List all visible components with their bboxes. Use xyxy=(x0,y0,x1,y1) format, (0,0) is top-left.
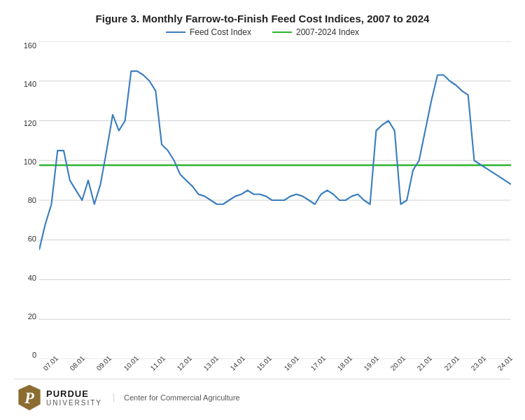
chart-container: Figure 3. Monthly Farrow-to-Finish Feed … xyxy=(0,0,525,420)
y-label-40: 40 xyxy=(14,274,39,282)
legend-feed-cost: Feed Cost Index xyxy=(166,27,251,37)
x-axis: 07.0108.0109.0110.0111.0112.0113.0114.01… xyxy=(39,359,511,376)
legend-index: 2007-2024 Index xyxy=(272,27,359,37)
y-label-140: 140 xyxy=(14,80,39,88)
y-label-80: 80 xyxy=(14,196,39,204)
feed-cost-line-swatch xyxy=(166,31,186,33)
y-label-0: 0 xyxy=(14,351,39,359)
y-axis: 160 140 120 100 80 60 40 20 0 xyxy=(14,41,39,376)
y-label-100: 100 xyxy=(14,158,39,166)
chart-area: 160 140 120 100 80 60 40 20 0 xyxy=(14,41,511,376)
y-label-20: 20 xyxy=(14,312,39,321)
purdue-logo: P PURDUE UNIVERSITY xyxy=(17,384,102,412)
purdue-shield-icon: P xyxy=(17,384,42,412)
feed-cost-legend-label: Feed Cost Index xyxy=(190,27,251,37)
purdue-text: PURDUE UNIVERSITY xyxy=(46,388,102,407)
svg-text:P: P xyxy=(24,389,34,407)
plot-area: 07.0108.0109.0110.0111.0112.0113.0114.01… xyxy=(39,41,511,376)
chart-title: Figure 3. Monthly Farrow-to-Finish Feed … xyxy=(14,13,511,24)
purdue-name: PURDUE xyxy=(46,388,102,399)
index-line-swatch xyxy=(272,31,292,33)
footer: P PURDUE UNIVERSITY Center for Commercia… xyxy=(14,379,511,413)
y-label-160: 160 xyxy=(14,41,39,50)
chart-svg xyxy=(39,41,511,359)
y-label-120: 120 xyxy=(14,119,39,127)
center-label: Center for Commercial Agriculture xyxy=(113,393,240,402)
purdue-university: UNIVERSITY xyxy=(46,399,102,407)
y-label-60: 60 xyxy=(14,234,39,243)
index-legend-label: 2007-2024 Index xyxy=(296,27,359,37)
legend: Feed Cost Index 2007-2024 Index xyxy=(14,27,511,37)
